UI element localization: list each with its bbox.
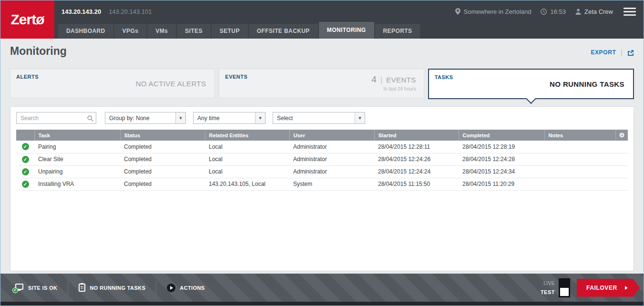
site-location-text: Somewhere in Zertoland (464, 8, 532, 15)
running-tasks-label: NO RUNNING TASKS (90, 285, 145, 291)
events-divider: | (380, 75, 382, 85)
success-check-icon: ✓ (22, 168, 29, 175)
tasks-card[interactable]: TASKS NO RUNNING TASKS (428, 69, 634, 99)
hamburger-menu-icon[interactable] (624, 8, 636, 16)
cell-related: Local (205, 165, 289, 178)
alerts-card[interactable]: ALERTS NO ACTIVE ALERTS (10, 69, 215, 98)
column-settings: ⚙ (615, 130, 628, 141)
success-check-icon: ✓ (22, 143, 29, 150)
search-icon[interactable] (87, 115, 93, 123)
search-input[interactable] (16, 112, 96, 124)
tab-reports[interactable]: REPORTS (375, 24, 420, 39)
entity-select-dropdown[interactable]: Select ▾ (273, 112, 365, 124)
live-test-labels: LIVE TEST (541, 281, 555, 295)
success-check-icon: ✓ (22, 156, 29, 163)
cell-related: Local (205, 153, 289, 165)
column-related-entities[interactable]: Related Entities (205, 130, 289, 141)
column-user[interactable]: User (289, 130, 374, 141)
column-task[interactable]: Task (34, 130, 120, 141)
top-bar: Zertø 143.20.143.20 143.20.143.101 Somew… (0, 0, 644, 39)
primary-site-ip: 143.20.143.20 (61, 8, 101, 15)
actions-label: ACTIONS (180, 285, 204, 291)
tab-setup[interactable]: SETUP (212, 24, 248, 39)
column-status[interactable]: Status (120, 130, 205, 141)
cell-completed: 28/04/2015 11:20:29 (459, 178, 544, 190)
running-tasks-item[interactable]: NO RUNNING TASKS (79, 284, 145, 292)
table-header-row: Task Status Related Entities User Starte… (16, 130, 628, 141)
tab-vpgs[interactable]: VPGs (114, 24, 147, 39)
column-started[interactable]: Started (374, 130, 459, 141)
tab-vms[interactable]: VMs (147, 24, 176, 39)
green-check-icon: ✓ (12, 287, 18, 293)
cell-status: Completed (120, 153, 205, 165)
status-bar: ✓ SITE IS OK NO RUNNING TASKS ACTIONS LI… (0, 274, 644, 302)
tasks-card-status: NO RUNNING TASKS (550, 80, 624, 88)
clock-icon (541, 9, 547, 15)
time-range-value: Any time (194, 115, 255, 122)
cell-related: 143.20.143.105, Local (205, 178, 289, 190)
time-range-dropdown[interactable]: Any time ▾ (193, 112, 266, 124)
tab-offsite-backup[interactable]: OFFSITE BACKUP (249, 24, 318, 39)
zerto-logo: Zertø (0, 0, 54, 39)
table-row[interactable]: ✓ Unpairing Completed Local Administrato… (16, 165, 628, 178)
tasks-card-title: TASKS (435, 74, 453, 80)
events-unit-label: EVENTS (386, 76, 416, 84)
events-subtitle: In last 24 hours (383, 86, 416, 92)
table-row[interactable]: ✓ Installing VRA Completed 143.20.143.10… (16, 178, 628, 190)
export-controls: EXPORT | (591, 49, 634, 56)
summary-cards: ALERTS NO ACTIVE ALERTS EVENTS 4 | EVENT… (10, 69, 634, 99)
cell-started: 28/04/2015 12:24:26 (374, 153, 459, 165)
export-button[interactable]: EXPORT (591, 49, 616, 56)
column-completed[interactable]: Completed (459, 130, 544, 141)
external-link-icon[interactable] (627, 50, 634, 56)
cell-user: Administrator (289, 141, 374, 153)
cell-user: Administrator (289, 165, 374, 178)
gear-icon[interactable]: ⚙ (619, 132, 624, 139)
live-test-toggle[interactable] (559, 278, 570, 297)
success-check-icon: ✓ (22, 181, 29, 188)
cell-notes (544, 153, 615, 165)
chevron-down-icon: ▾ (255, 112, 265, 123)
cell-status: Completed (120, 165, 205, 178)
test-label: TEST (541, 289, 555, 295)
filter-bar: Group by: None ▾ Any time ▾ Select ▾ (10, 107, 634, 129)
failover-label: FAILOVER (586, 285, 617, 291)
tab-sites[interactable]: SITES (177, 24, 211, 39)
table-row[interactable]: ✓ Clear Site Completed Local Administrat… (16, 153, 628, 165)
footer-divider (68, 281, 68, 295)
cell-completed: 28/04/2015 12:28:19 (459, 141, 544, 153)
cell-status: Completed (120, 141, 205, 153)
page-header: Monitoring EXPORT | (0, 39, 644, 69)
cell-started: 28/04/2015 11:15:50 (374, 178, 459, 190)
tab-monitoring[interactable]: MONITORING (319, 22, 374, 39)
tasks-card-pointer (526, 94, 536, 104)
cell-user: Administrator (289, 153, 374, 165)
events-count: 4 (371, 74, 377, 85)
search-box (16, 112, 96, 124)
cell-started: 28/04/2015 12:28:11 (374, 141, 459, 153)
cell-related: Local (205, 141, 289, 153)
actions-menu-item[interactable]: ACTIONS (167, 284, 204, 292)
cell-task: Installing VRA (34, 178, 120, 190)
failover-button[interactable]: FAILOVER (577, 279, 640, 297)
tab-dashboard[interactable]: DASHBOARD (58, 24, 113, 39)
zerto-app-window: Zertø 143.20.143.20 143.20.143.101 Somew… (0, 0, 644, 306)
clipboard-icon (79, 284, 85, 292)
cell-notes (544, 178, 615, 190)
logged-in-user[interactable]: Zeta Crew (584, 8, 613, 15)
alerts-card-status: NO ACTIVE ALERTS (135, 80, 206, 88)
table-row[interactable]: ✓ Pairing Completed Local Administrator … (16, 141, 628, 153)
footer-divider (156, 281, 156, 295)
location-pin-icon (455, 8, 460, 15)
cell-task: Clear Site (34, 153, 120, 165)
export-divider: | (621, 49, 623, 56)
site-status-item[interactable]: ✓ SITE IS OK (14, 284, 57, 292)
group-by-dropdown[interactable]: Group by: None ▾ (105, 112, 186, 124)
events-card-title: EVENTS (225, 74, 247, 80)
cell-completed: 28/04/2015 12:24:28 (459, 153, 544, 165)
events-card[interactable]: EVENTS 4 | EVENTS In last 24 hours (219, 69, 424, 98)
cell-task: Unpairing (34, 165, 120, 178)
column-notes[interactable]: Notes (544, 130, 615, 141)
footer-right-controls: LIVE TEST FAILOVER (541, 278, 640, 297)
bottom-edge-strip (0, 302, 644, 306)
